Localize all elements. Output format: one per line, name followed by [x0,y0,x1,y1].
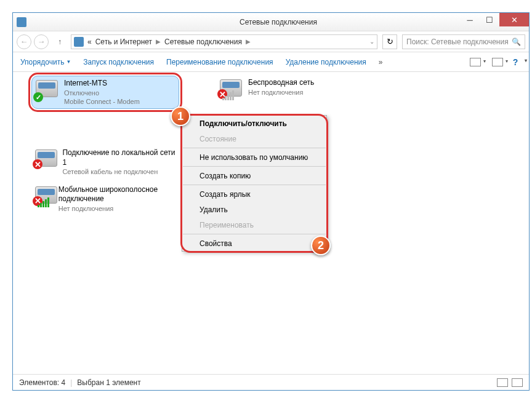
network-connections-window: Сетевые подключения ─ ☐ ✕ ← → ↑ « Сеть и… [12,12,530,391]
ctx-properties[interactable]: Свойства [182,236,326,251]
ctx-connect[interactable]: Подключить/отключить [182,116,326,131]
separator [183,185,326,185]
checkmark-icon: ✓ [33,92,43,102]
connection-name: Internet-MTS [64,79,140,89]
ctx-copy[interactable]: Создать копию [182,168,326,183]
separator: | [70,378,72,387]
connection-icon: ✓ [34,79,60,101]
connection-icon: ✕ [219,78,244,100]
connection-name: Мобильное широкополосное подключение [58,185,177,204]
more-commands-button[interactable]: » [379,58,383,66]
search-placeholder: Поиск: Сетевые подключения [406,38,512,46]
search-icon: 🔍 [512,38,521,46]
up-button[interactable]: ↑ [54,36,66,48]
status-bar: Элементов: 4 | Выбран 1 элемент [13,374,529,390]
ctx-status: Состояние [182,131,326,146]
signal-icon [222,90,234,100]
separator [183,148,326,148]
connection-status: Нет подключения [58,204,177,213]
connection-icon: ✕ [34,148,58,170]
x-icon: ✕ [33,159,42,169]
titlebar: Сетевые подключения ─ ☐ ✕ [13,13,529,31]
location-icon [74,37,84,47]
ctx-delete[interactable]: Удалить [182,202,326,217]
signal-icon [38,197,49,207]
chevron-right-icon: ▶ [156,38,161,45]
app-icon [17,17,26,27]
breadcrumb-level1[interactable]: Сеть и Интернет [95,38,152,46]
maximize-button[interactable]: ☐ [480,13,499,26]
ctx-rename: Переименовать [182,217,326,233]
refresh-button[interactable]: ↻ [382,34,397,49]
view-details-button[interactable] [497,378,508,387]
breadcrumb-level2[interactable]: Сетевые подключения [164,38,242,46]
address-dropdown-icon[interactable]: ⌄ [369,38,374,45]
help-button[interactable]: ? [509,58,522,66]
rename-connection-button[interactable]: Переименование подключения [166,58,273,66]
connection-detail: Mobile Connect - Modem [64,97,140,106]
connection-name: Беспроводная сеть [248,78,314,88]
selection-count: Выбран 1 элемент [77,378,140,387]
annotation-badge-2: 2 [311,236,331,255]
annotation-badge-1: 1 [171,106,190,126]
separator [183,166,326,167]
connection-lan[interactable]: ✕ Подключение по локальной сети 1 Сетево… [31,146,179,178]
ctx-nodefault[interactable]: Не использовать по умолчанию [182,149,326,165]
navigation-bar: ← → ↑ « Сеть и Интернет ▶ Сетевые подклю… [13,31,529,52]
context-menu: Подключить/отключить Состояние Не исполь… [182,115,327,252]
preview-pane-button[interactable] [492,58,503,66]
delete-connection-button[interactable]: Удаление подключения [286,58,366,66]
item-count: Элементов: 4 [19,378,65,387]
view-options-button[interactable] [470,58,481,66]
organize-button[interactable]: Упорядочить▼ [20,58,71,66]
chevron-right-icon: ▶ [246,38,251,45]
toolbar: Упорядочить▼ Запуск подключения Переимен… [13,52,529,72]
connection-name: Подключение по локальной сети 1 [62,148,177,167]
back-button[interactable]: ← [17,34,31,49]
search-input[interactable]: Поиск: Сетевые подключения 🔍 [402,34,525,49]
connection-internet-mts[interactable]: ✓ Internet-MTS Отключено Mobile Connect … [31,76,179,109]
chevron-down-icon: ▼ [66,59,71,65]
ctx-shortcut[interactable]: Создать ярлык [182,186,326,202]
view-large-button[interactable] [512,378,523,387]
forward-button[interactable]: → [34,34,49,49]
connection-wireless[interactable]: ✕ Беспроводная сеть Нет подключения [216,76,364,109]
separator [183,234,326,234]
connection-icon: ✕ [34,185,55,207]
close-button[interactable]: ✕ [499,13,529,26]
address-bar[interactable]: « Сеть и Интернет ▶ Сетевые подключения … [71,34,377,49]
breadcrumb-prefix: « [87,38,92,46]
window-title: Сетевые подключения [31,18,525,26]
start-connection-button[interactable]: Запуск подключения [83,58,154,66]
connection-status: Отключено [64,89,140,97]
connection-status: Сетевой кабель не подключен [62,167,177,176]
connection-mobile-broadband[interactable]: ✕ Мобильное широкополосное подключение Н… [31,183,179,215]
minimize-button[interactable]: ─ [460,13,480,26]
connection-status: Нет подключения [248,88,314,97]
